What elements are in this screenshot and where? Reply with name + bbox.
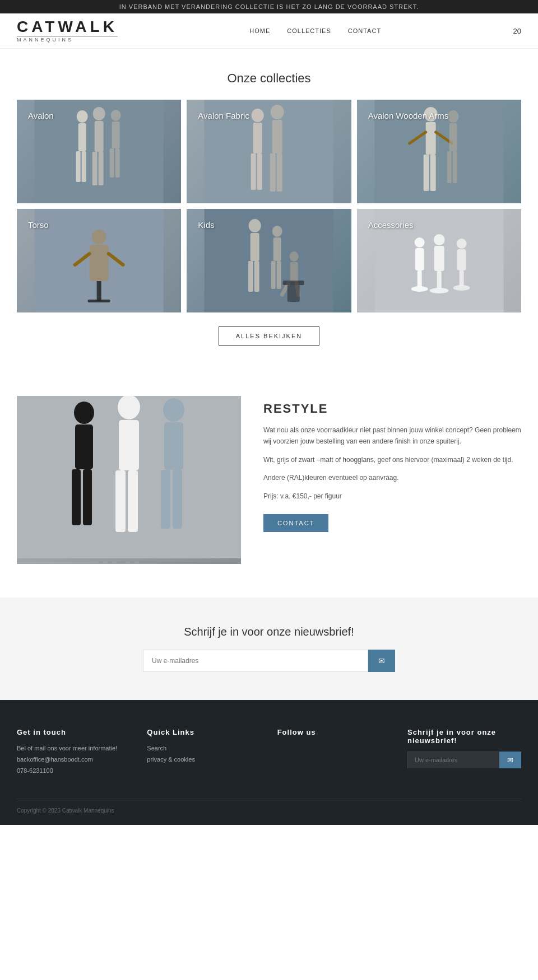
logo-subtitle: MANNEQUINS	[17, 36, 118, 43]
svg-point-63	[429, 288, 448, 293]
svg-rect-21	[277, 153, 282, 192]
svg-rect-54	[287, 285, 300, 302]
svg-point-77	[163, 398, 184, 422]
svg-point-45	[272, 226, 282, 237]
collections-title: Onze collecties	[17, 71, 521, 86]
restyle-contact-button[interactable]: CONTACT	[263, 514, 328, 532]
restyle-paragraph1: Wat nou als onze voorraadkleur niet past…	[263, 424, 521, 447]
svg-rect-40	[205, 209, 333, 312]
svg-rect-53	[283, 281, 304, 285]
all-collections-button[interactable]: ALLES BEKIJKEN	[219, 326, 320, 346]
svg-rect-47	[271, 261, 276, 289]
svg-rect-8	[99, 152, 104, 185]
collection-accessories[interactable]: Accessories	[357, 209, 521, 312]
svg-point-5	[93, 107, 105, 120]
nav-contact[interactable]: CONTACT	[348, 27, 381, 34]
nav-home[interactable]: HOME	[249, 27, 270, 34]
collection-label-torso: Torso	[28, 220, 49, 230]
svg-point-41	[249, 219, 261, 232]
footer-email[interactable]: backoffice@hansboodt.com	[17, 754, 124, 766]
svg-rect-26	[430, 155, 435, 191]
footer-bottom: Copyright © 2023 Catwalk Mannequins	[17, 799, 521, 814]
footer-link-search[interactable]: Search	[147, 743, 254, 754]
svg-point-9	[111, 110, 121, 121]
svg-rect-72	[83, 469, 92, 525]
svg-rect-42	[251, 233, 259, 261]
svg-rect-30	[449, 123, 457, 151]
logo-title: CATWALK	[17, 19, 118, 35]
svg-rect-44	[254, 261, 259, 292]
svg-rect-31	[447, 151, 451, 183]
collection-kids[interactable]: Kids	[187, 209, 351, 312]
svg-point-64	[456, 239, 466, 249]
svg-point-69	[74, 402, 94, 424]
collection-label-kids: Kids	[198, 220, 214, 230]
cart-count[interactable]: 20	[513, 27, 521, 35]
newsletter-email-input[interactable]	[143, 650, 368, 672]
svg-rect-3	[76, 151, 81, 182]
collections-grid: Avalon Avalon Fabric	[17, 100, 521, 312]
svg-rect-66	[459, 270, 463, 286]
footer-link-privacy[interactable]: privacy & cookies	[147, 754, 254, 766]
svg-point-14	[252, 109, 264, 122]
restyle-image	[17, 396, 241, 564]
main-nav: HOME COLLECTIES CONTACT	[249, 27, 381, 34]
restyle-section: RESTYLE Wat nou als onze voorraadkleur n…	[0, 362, 538, 598]
footer-phone[interactable]: 078-6231100	[17, 766, 124, 777]
footer-col-follow: Follow us	[277, 728, 385, 776]
top-banner: IN VERBAND MET VERANDERING COLLECTIE IS …	[0, 0, 538, 13]
svg-rect-32	[452, 151, 457, 183]
collection-torso[interactable]: Torso	[17, 209, 181, 312]
footer-col-quick-links: Quick Links Search privacy & cookies	[147, 728, 254, 776]
footer-grid: Get in touch Bel of mail ons voor meer i…	[17, 728, 521, 776]
svg-rect-2	[78, 123, 86, 151]
collection-label-avalon: Avalon	[28, 111, 54, 120]
svg-rect-25	[423, 155, 429, 191]
svg-point-59	[411, 286, 428, 292]
svg-rect-12	[115, 148, 120, 178]
svg-rect-19	[272, 120, 282, 153]
footer-col-contact: Get in touch Bel of mail ons voor meer i…	[17, 728, 124, 776]
footer-newsletter-button[interactable]: ✉	[499, 752, 521, 768]
svg-rect-6	[95, 121, 104, 152]
footer-follow-title: Follow us	[277, 728, 385, 736]
footer-col-newsletter: Schrijf je in voor onze nieuwsbrief! ✉	[407, 728, 521, 776]
svg-rect-79	[161, 470, 170, 529]
nav-collecties[interactable]: COLLECTIES	[287, 27, 331, 34]
svg-rect-35	[90, 245, 109, 281]
svg-point-34	[92, 230, 106, 244]
collection-avalon-wooden[interactable]: Avalon Wooden Arms	[357, 100, 521, 203]
footer-contact-subtitle: Bel of mail ons voor meer informatie!	[17, 743, 124, 754]
svg-rect-70	[75, 424, 93, 469]
svg-rect-58	[417, 270, 421, 287]
svg-rect-71	[72, 469, 81, 525]
svg-rect-20	[270, 153, 276, 192]
footer-newsletter-input[interactable]	[407, 752, 499, 768]
banner-text: IN VERBAND MET VERANDERING COLLECTIE IS …	[119, 3, 419, 10]
svg-rect-65	[457, 249, 466, 270]
newsletter-section: Schrijf je in voor onze nieuwsbrief! ✉	[0, 598, 538, 700]
svg-rect-80	[173, 470, 182, 529]
svg-rect-43	[248, 261, 253, 292]
svg-point-60	[433, 234, 444, 245]
collection-avalon[interactable]: Avalon	[17, 100, 181, 203]
newsletter-submit-button[interactable]: ✉	[368, 650, 395, 672]
svg-rect-7	[92, 152, 98, 185]
footer-get-in-touch-title: Get in touch	[17, 728, 124, 736]
collection-label-avalon-wooden: Avalon Wooden Arms	[368, 111, 449, 120]
restyle-paragraph3: Andere (RAL)kleuren eventueel op aanvraa…	[263, 472, 521, 483]
footer-newsletter-title: Schrijf je in voor onze nieuwsbrief!	[407, 728, 521, 745]
svg-point-29	[447, 110, 458, 123]
svg-rect-15	[253, 123, 262, 153]
collection-avalon-fabric[interactable]: Avalon Fabric	[187, 100, 351, 203]
footer-quick-links-title: Quick Links	[147, 728, 254, 736]
header: CATWALK MANNEQUINS HOME COLLECTIES CONTA…	[0, 13, 538, 49]
newsletter-form: ✉	[143, 650, 395, 672]
collection-label-avalon-fabric: Avalon Fabric	[198, 111, 249, 120]
newsletter-title: Schrijf je in voor onze nieuwsbrief!	[17, 626, 521, 638]
svg-rect-78	[164, 422, 183, 470]
svg-point-18	[271, 105, 284, 119]
logo[interactable]: CATWALK MANNEQUINS	[17, 19, 118, 43]
svg-rect-50	[290, 262, 298, 282]
svg-rect-38	[97, 281, 101, 301]
